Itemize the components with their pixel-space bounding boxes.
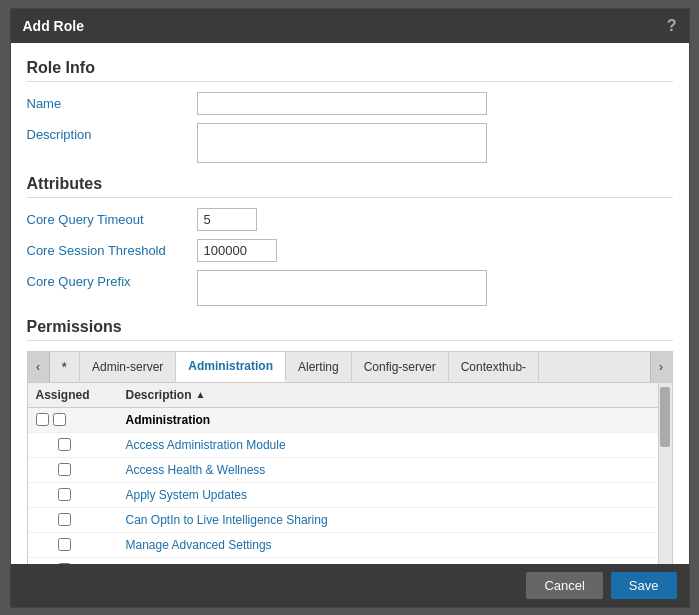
row-desc-cell: Access Administration Module	[118, 436, 658, 454]
header-icons: ?	[667, 17, 677, 35]
table-row: Apply System Updates	[28, 483, 658, 508]
name-row: Name	[27, 92, 673, 115]
description-input[interactable]	[197, 123, 487, 163]
permissions-section: Permissions ‹ * Admin-server Administrat…	[27, 318, 673, 564]
add-role-dialog: Add Role ? Role Info Name Description At…	[10, 8, 690, 608]
timeout-row: Core Query Timeout	[27, 208, 673, 231]
col-desc-label: Description	[126, 388, 192, 402]
item-checkbox[interactable]	[58, 538, 71, 551]
item-checkbox[interactable]	[58, 438, 71, 451]
prefix-input[interactable]	[197, 270, 487, 306]
description-row: Description	[27, 123, 673, 163]
row-desc-cell: Manage Advanced Settings	[118, 536, 658, 554]
row-desc-cell: Can OptIn to Live Intelligence Sharing	[118, 511, 658, 529]
help-icon[interactable]: ?	[667, 17, 677, 35]
tab-star[interactable]: *	[50, 352, 80, 382]
permissions-table: Assigned Description ▲	[27, 382, 673, 564]
save-button[interactable]: Save	[611, 572, 677, 599]
col-description[interactable]: Description ▲	[118, 383, 658, 407]
name-label: Name	[27, 92, 197, 111]
threshold-input[interactable]	[197, 239, 277, 262]
row-desc-cell: Administration	[118, 411, 658, 429]
prefix-label: Core Query Prefix	[27, 270, 197, 289]
cancel-button[interactable]: Cancel	[526, 572, 602, 599]
attributes-title: Attributes	[27, 175, 673, 198]
row-assigned-cell	[28, 411, 118, 428]
perm-table-inner: Assigned Description ▲	[28, 383, 658, 564]
table-row: Administration	[28, 408, 658, 433]
perm-link[interactable]: Access Health & Wellness	[126, 463, 266, 477]
description-label: Description	[27, 123, 197, 142]
tab-config-server[interactable]: Config-server	[352, 352, 449, 382]
perm-link[interactable]: Access Administration Module	[126, 438, 286, 452]
name-input[interactable]	[197, 92, 487, 115]
table-row: Manage Advanced Settings	[28, 533, 658, 558]
table-row: Can OptIn to Live Intelligence Sharing	[28, 508, 658, 533]
row-assigned-cell	[28, 536, 118, 553]
col-assigned: Assigned	[28, 383, 118, 407]
table-header: Assigned Description ▲	[28, 383, 658, 408]
col-assigned-label: Assigned	[36, 388, 90, 402]
threshold-label: Core Session Threshold	[27, 239, 197, 258]
sort-arrow: ▲	[196, 389, 206, 400]
prefix-row: Core Query Prefix	[27, 270, 673, 306]
scrollbar[interactable]	[658, 383, 672, 564]
perm-link[interactable]: Manage Advanced Settings	[126, 538, 272, 552]
table-row: Access Administration Module	[28, 433, 658, 458]
item-checkbox[interactable]	[58, 463, 71, 476]
attributes-section: Attributes Core Query Timeout Core Sessi…	[27, 175, 673, 306]
item-checkbox[interactable]	[58, 513, 71, 526]
permissions-title: Permissions	[27, 318, 673, 341]
tab-administration[interactable]: Administration	[176, 352, 286, 382]
table-row: Access Health & Wellness	[28, 458, 658, 483]
dialog-footer: Cancel Save	[11, 564, 689, 607]
role-info-title: Role Info	[27, 59, 673, 82]
tab-contexthub[interactable]: Contexthub-	[449, 352, 539, 382]
group-toggle-checkbox[interactable]	[36, 413, 49, 426]
dialog-body: Role Info Name Description Attributes Co…	[11, 43, 689, 564]
row-desc-cell: Access Health & Wellness	[118, 461, 658, 479]
group-label: Administration	[126, 413, 211, 427]
item-checkbox[interactable]	[58, 488, 71, 501]
timeout-input[interactable]	[197, 208, 257, 231]
row-desc-cell: Apply System Updates	[118, 486, 658, 504]
timeout-label: Core Query Timeout	[27, 208, 197, 227]
permissions-tabs: ‹ * Admin-server Administration Alerting…	[27, 351, 673, 382]
perm-link[interactable]: Can OptIn to Live Intelligence Sharing	[126, 513, 328, 527]
dialog-title: Add Role	[23, 18, 84, 34]
row-assigned-cell	[28, 436, 118, 453]
perm-link[interactable]: Apply System Updates	[126, 488, 247, 502]
tab-alerting[interactable]: Alerting	[286, 352, 352, 382]
row-assigned-cell	[28, 461, 118, 478]
perm-rows: Administration Access Administration Mod…	[28, 408, 658, 564]
scroll-thumb[interactable]	[660, 387, 670, 447]
tab-next-btn[interactable]: ›	[650, 352, 672, 382]
dialog-header: Add Role ?	[11, 9, 689, 43]
tab-prev-btn[interactable]: ‹	[28, 352, 50, 382]
row-assigned-cell	[28, 511, 118, 528]
group-checkbox[interactable]	[53, 413, 66, 426]
threshold-row: Core Session Threshold	[27, 239, 673, 262]
row-assigned-cell	[28, 486, 118, 503]
tab-admin-server[interactable]: Admin-server	[80, 352, 176, 382]
